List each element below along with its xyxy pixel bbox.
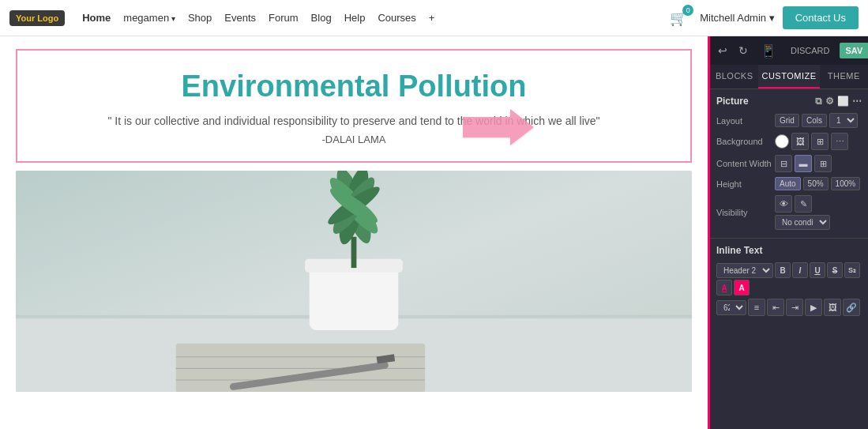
contact-button[interactable]: Contact Us bbox=[783, 6, 859, 29]
user-menu[interactable]: Mitchell Admin ▾ bbox=[700, 12, 774, 24]
content-width-label: Content Width bbox=[716, 159, 772, 168]
visibility-label: Visibility bbox=[716, 208, 772, 217]
hero-title[interactable]: Environmental Pollution bbox=[41, 70, 667, 103]
background-label: Background bbox=[716, 137, 772, 146]
svg-marker-0 bbox=[463, 109, 534, 145]
underline-button[interactable]: U bbox=[810, 262, 825, 278]
preview-area: Environmental Pollution " It is our coll… bbox=[0, 36, 710, 429]
nav-item-home[interactable]: Home bbox=[76, 12, 117, 24]
redo-button[interactable]: ↻ bbox=[735, 43, 751, 58]
visibility-row: Visibility 👁 ✎ No condit... bbox=[716, 195, 862, 230]
indent-right-icon[interactable]: ⇥ bbox=[786, 299, 803, 316]
arrow-container bbox=[463, 107, 534, 150]
bg-tile-icon[interactable]: ⊞ bbox=[811, 133, 829, 150]
hero-quote[interactable]: " It is our collective and individual re… bbox=[41, 115, 667, 127]
background-row: Background 🖼 ⊞ ⋯ bbox=[716, 133, 862, 150]
visibility-select[interactable]: No condit... bbox=[775, 215, 830, 230]
main-layout: Environmental Pollution " It is our coll… bbox=[0, 36, 868, 429]
more-icon[interactable]: ⋯ bbox=[852, 96, 862, 107]
width-narrow-icon[interactable]: ⊟ bbox=[775, 155, 792, 172]
nav-item-shop[interactable]: Shop bbox=[182, 12, 218, 24]
inline-text-section: Inline Text Header 2 Header 1 Header 3 P… bbox=[710, 238, 868, 322]
inline-toolbar-row-1: Header 2 Header 1 Header 3 Paragraph B I… bbox=[716, 262, 862, 295]
picture-section-title: Picture bbox=[716, 96, 749, 107]
width-wide-icon[interactable]: ⊞ bbox=[814, 155, 832, 172]
nav-item-megamen[interactable]: megamen bbox=[117, 12, 182, 24]
panel-toolbar: ↩ ↻ 📱 DISCARD SAV bbox=[710, 36, 868, 65]
nav-item-help[interactable]: Help bbox=[338, 12, 372, 24]
hero-author[interactable]: -DALAI LAMA bbox=[41, 134, 667, 145]
strikethrough-button[interactable]: S bbox=[827, 262, 843, 278]
font-size-select[interactable]: 62 48 36 72 bbox=[716, 300, 746, 315]
expand-icon[interactable]: ⬜ bbox=[837, 96, 849, 107]
svg-rect-13 bbox=[176, 344, 425, 392]
settings-icon[interactable]: ⚙ bbox=[825, 96, 834, 107]
layout-grid-btn[interactable]: Grid bbox=[775, 114, 799, 127]
save-button[interactable]: SAV bbox=[840, 43, 868, 58]
hero-block: Environmental Pollution " It is our coll… bbox=[16, 49, 692, 163]
layout-label: Layout bbox=[716, 116, 772, 126]
inline-text-title: Inline Text bbox=[716, 245, 862, 256]
nav-item-courses[interactable]: Courses bbox=[371, 12, 422, 24]
nav-item-forum[interactable]: Forum bbox=[262, 12, 305, 24]
cart-badge: 0 bbox=[682, 5, 693, 16]
visibility-edit-icon[interactable]: ✎ bbox=[795, 195, 812, 213]
image-insert-icon[interactable]: 🖼 bbox=[824, 299, 841, 316]
list-align-icon[interactable]: ≡ bbox=[748, 299, 765, 316]
visibility-eye-icon[interactable]: 👁 bbox=[775, 195, 792, 213]
copy-icon[interactable]: ⧉ bbox=[815, 96, 822, 107]
tab-theme[interactable]: THEME bbox=[820, 65, 868, 88]
right-arrow-icon bbox=[463, 107, 534, 147]
logo[interactable]: Your Logo bbox=[9, 10, 65, 26]
discard-button[interactable]: DISCARD bbox=[786, 44, 835, 57]
link-icon[interactable]: 🔗 bbox=[843, 299, 860, 316]
width-full-icon[interactable]: ▬ bbox=[795, 155, 812, 172]
layout-cols-btn[interactable]: Cols bbox=[802, 114, 827, 127]
undo-button[interactable]: ↩ bbox=[715, 43, 731, 58]
photo-illustration bbox=[16, 171, 692, 392]
navbar: Your Logo Home megamen Shop Events Forum… bbox=[0, 0, 868, 36]
indent-left-icon[interactable]: ⇤ bbox=[767, 299, 784, 316]
height-auto-btn[interactable]: Auto bbox=[775, 177, 801, 190]
bg-more-icon[interactable]: ⋯ bbox=[831, 133, 848, 150]
height-label: Height bbox=[716, 179, 772, 189]
cart-icon[interactable]: 🛒 0 bbox=[670, 9, 687, 27]
content-width-row: Content Width ⊟ ▬ ⊞ bbox=[716, 155, 862, 172]
bg-image-icon[interactable]: 🖼 bbox=[791, 133, 809, 150]
inline-toolbar-row-2: 62 48 36 72 ≡ ⇤ ⇥ ▶ 🖼 🔗 bbox=[716, 299, 862, 316]
svg-rect-12 bbox=[351, 237, 357, 268]
bold-button[interactable]: B bbox=[775, 262, 791, 278]
background-color-swatch[interactable] bbox=[775, 134, 789, 149]
height-row: Height Auto 50% 100% bbox=[716, 177, 862, 190]
tab-blocks[interactable]: BLOCKS bbox=[710, 65, 758, 88]
nav-links: Home megamen Shop Events Forum Blog Help… bbox=[76, 12, 665, 24]
layout-row: Layout Grid Cols 123 bbox=[716, 113, 862, 128]
nav-item-blog[interactable]: Blog bbox=[305, 12, 338, 24]
height-50-btn[interactable]: 50% bbox=[803, 177, 829, 190]
svg-rect-4 bbox=[310, 263, 399, 329]
logo-text: Your Logo bbox=[16, 13, 58, 23]
tab-customize[interactable]: CUSTOMIZE bbox=[758, 65, 819, 88]
photo-block bbox=[16, 171, 692, 392]
font-color-button[interactable]: A bbox=[716, 280, 732, 295]
height-100-btn[interactable]: 100% bbox=[831, 177, 861, 190]
mobile-device-icon[interactable]: 📱 bbox=[761, 43, 776, 58]
right-panel: ↩ ↻ 📱 DISCARD SAV BLOCKS CUSTOMIZE THEME… bbox=[710, 36, 868, 429]
highlight-button[interactable]: A bbox=[734, 280, 750, 295]
header-style-select[interactable]: Header 2 Header 1 Header 3 Paragraph bbox=[716, 263, 773, 278]
nav-item-events[interactable]: Events bbox=[218, 12, 262, 24]
picture-section: Picture ⧉ ⚙ ⬜ ⋯ Layout Grid Cols 123 bbox=[710, 89, 868, 238]
subscript-button[interactable]: S₂ bbox=[844, 262, 860, 278]
play-icon[interactable]: ▶ bbox=[805, 299, 822, 316]
italic-button[interactable]: I bbox=[792, 262, 808, 278]
nav-add-item[interactable]: + bbox=[423, 12, 442, 24]
cols-select[interactable]: 123 bbox=[829, 113, 858, 128]
panel-tabs: BLOCKS CUSTOMIZE THEME bbox=[710, 65, 868, 89]
